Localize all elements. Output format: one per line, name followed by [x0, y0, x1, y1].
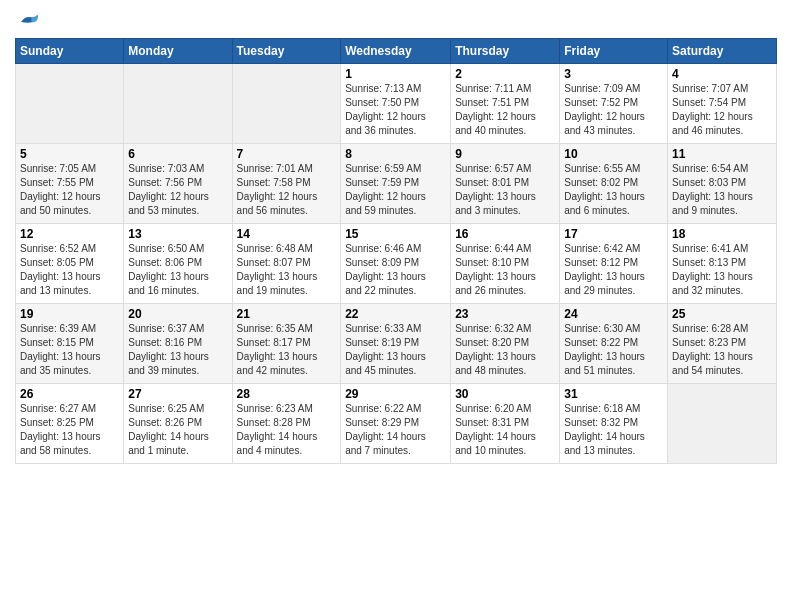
day-info: Sunrise: 7:09 AM Sunset: 7:52 PM Dayligh… [564, 82, 663, 138]
day-info: Sunrise: 6:28 AM Sunset: 8:23 PM Dayligh… [672, 322, 772, 378]
calendar-cell: 25Sunrise: 6:28 AM Sunset: 8:23 PM Dayli… [668, 304, 777, 384]
day-info: Sunrise: 7:05 AM Sunset: 7:55 PM Dayligh… [20, 162, 119, 218]
calendar-cell: 27Sunrise: 6:25 AM Sunset: 8:26 PM Dayli… [124, 384, 232, 464]
calendar-week-row: 12Sunrise: 6:52 AM Sunset: 8:05 PM Dayli… [16, 224, 777, 304]
day-info: Sunrise: 7:07 AM Sunset: 7:54 PM Dayligh… [672, 82, 772, 138]
calendar-week-row: 5Sunrise: 7:05 AM Sunset: 7:55 PM Daylig… [16, 144, 777, 224]
calendar-week-row: 19Sunrise: 6:39 AM Sunset: 8:15 PM Dayli… [16, 304, 777, 384]
day-of-week-header: Thursday [451, 39, 560, 64]
day-number: 25 [672, 307, 772, 321]
calendar-cell: 19Sunrise: 6:39 AM Sunset: 8:15 PM Dayli… [16, 304, 124, 384]
calendar-cell: 13Sunrise: 6:50 AM Sunset: 8:06 PM Dayli… [124, 224, 232, 304]
day-number: 5 [20, 147, 119, 161]
day-info: Sunrise: 6:35 AM Sunset: 8:17 PM Dayligh… [237, 322, 337, 378]
day-number: 27 [128, 387, 227, 401]
day-number: 10 [564, 147, 663, 161]
day-number: 13 [128, 227, 227, 241]
day-info: Sunrise: 6:30 AM Sunset: 8:22 PM Dayligh… [564, 322, 663, 378]
day-info: Sunrise: 6:37 AM Sunset: 8:16 PM Dayligh… [128, 322, 227, 378]
calendar-cell: 18Sunrise: 6:41 AM Sunset: 8:13 PM Dayli… [668, 224, 777, 304]
page: SundayMondayTuesdayWednesdayThursdayFrid… [0, 0, 792, 612]
day-number: 17 [564, 227, 663, 241]
day-number: 1 [345, 67, 446, 81]
calendar-cell: 30Sunrise: 6:20 AM Sunset: 8:31 PM Dayli… [451, 384, 560, 464]
day-number: 6 [128, 147, 227, 161]
calendar-cell: 15Sunrise: 6:46 AM Sunset: 8:09 PM Dayli… [341, 224, 451, 304]
calendar-week-row: 1Sunrise: 7:13 AM Sunset: 7:50 PM Daylig… [16, 64, 777, 144]
day-of-week-header: Monday [124, 39, 232, 64]
calendar-cell [124, 64, 232, 144]
day-of-week-header: Wednesday [341, 39, 451, 64]
day-info: Sunrise: 6:39 AM Sunset: 8:15 PM Dayligh… [20, 322, 119, 378]
day-of-week-header: Friday [560, 39, 668, 64]
day-number: 22 [345, 307, 446, 321]
day-info: Sunrise: 6:41 AM Sunset: 8:13 PM Dayligh… [672, 242, 772, 298]
calendar-header-row: SundayMondayTuesdayWednesdayThursdayFrid… [16, 39, 777, 64]
day-of-week-header: Saturday [668, 39, 777, 64]
calendar-cell: 26Sunrise: 6:27 AM Sunset: 8:25 PM Dayli… [16, 384, 124, 464]
day-number: 23 [455, 307, 555, 321]
calendar-cell: 10Sunrise: 6:55 AM Sunset: 8:02 PM Dayli… [560, 144, 668, 224]
day-info: Sunrise: 6:46 AM Sunset: 8:09 PM Dayligh… [345, 242, 446, 298]
day-info: Sunrise: 6:33 AM Sunset: 8:19 PM Dayligh… [345, 322, 446, 378]
calendar-cell: 1Sunrise: 7:13 AM Sunset: 7:50 PM Daylig… [341, 64, 451, 144]
day-info: Sunrise: 7:11 AM Sunset: 7:51 PM Dayligh… [455, 82, 555, 138]
calendar-cell [668, 384, 777, 464]
calendar-cell [16, 64, 124, 144]
calendar-cell: 8Sunrise: 6:59 AM Sunset: 7:59 PM Daylig… [341, 144, 451, 224]
calendar-cell: 12Sunrise: 6:52 AM Sunset: 8:05 PM Dayli… [16, 224, 124, 304]
header [15, 10, 777, 30]
calendar-cell [232, 64, 341, 144]
calendar-cell: 3Sunrise: 7:09 AM Sunset: 7:52 PM Daylig… [560, 64, 668, 144]
day-of-week-header: Tuesday [232, 39, 341, 64]
day-number: 29 [345, 387, 446, 401]
calendar-cell: 11Sunrise: 6:54 AM Sunset: 8:03 PM Dayli… [668, 144, 777, 224]
day-number: 31 [564, 387, 663, 401]
day-number: 12 [20, 227, 119, 241]
day-info: Sunrise: 6:27 AM Sunset: 8:25 PM Dayligh… [20, 402, 119, 458]
day-number: 26 [20, 387, 119, 401]
day-number: 16 [455, 227, 555, 241]
calendar-cell: 4Sunrise: 7:07 AM Sunset: 7:54 PM Daylig… [668, 64, 777, 144]
day-info: Sunrise: 6:20 AM Sunset: 8:31 PM Dayligh… [455, 402, 555, 458]
day-number: 2 [455, 67, 555, 81]
day-info: Sunrise: 6:18 AM Sunset: 8:32 PM Dayligh… [564, 402, 663, 458]
calendar-cell: 24Sunrise: 6:30 AM Sunset: 8:22 PM Dayli… [560, 304, 668, 384]
day-number: 11 [672, 147, 772, 161]
day-number: 21 [237, 307, 337, 321]
day-info: Sunrise: 7:01 AM Sunset: 7:58 PM Dayligh… [237, 162, 337, 218]
day-number: 14 [237, 227, 337, 241]
day-info: Sunrise: 6:52 AM Sunset: 8:05 PM Dayligh… [20, 242, 119, 298]
day-number: 28 [237, 387, 337, 401]
calendar-table: SundayMondayTuesdayWednesdayThursdayFrid… [15, 38, 777, 464]
day-number: 24 [564, 307, 663, 321]
calendar-cell: 6Sunrise: 7:03 AM Sunset: 7:56 PM Daylig… [124, 144, 232, 224]
day-info: Sunrise: 7:03 AM Sunset: 7:56 PM Dayligh… [128, 162, 227, 218]
day-info: Sunrise: 6:22 AM Sunset: 8:29 PM Dayligh… [345, 402, 446, 458]
calendar-cell: 17Sunrise: 6:42 AM Sunset: 8:12 PM Dayli… [560, 224, 668, 304]
day-number: 19 [20, 307, 119, 321]
calendar-cell: 23Sunrise: 6:32 AM Sunset: 8:20 PM Dayli… [451, 304, 560, 384]
day-number: 30 [455, 387, 555, 401]
day-info: Sunrise: 6:57 AM Sunset: 8:01 PM Dayligh… [455, 162, 555, 218]
day-info: Sunrise: 6:32 AM Sunset: 8:20 PM Dayligh… [455, 322, 555, 378]
calendar-week-row: 26Sunrise: 6:27 AM Sunset: 8:25 PM Dayli… [16, 384, 777, 464]
calendar-cell: 31Sunrise: 6:18 AM Sunset: 8:32 PM Dayli… [560, 384, 668, 464]
day-number: 20 [128, 307, 227, 321]
day-info: Sunrise: 7:13 AM Sunset: 7:50 PM Dayligh… [345, 82, 446, 138]
day-number: 9 [455, 147, 555, 161]
calendar-cell: 29Sunrise: 6:22 AM Sunset: 8:29 PM Dayli… [341, 384, 451, 464]
calendar-cell: 16Sunrise: 6:44 AM Sunset: 8:10 PM Dayli… [451, 224, 560, 304]
logo-bird-icon [17, 10, 41, 34]
calendar-cell: 14Sunrise: 6:48 AM Sunset: 8:07 PM Dayli… [232, 224, 341, 304]
day-of-week-header: Sunday [16, 39, 124, 64]
calendar-cell: 7Sunrise: 7:01 AM Sunset: 7:58 PM Daylig… [232, 144, 341, 224]
calendar-cell: 9Sunrise: 6:57 AM Sunset: 8:01 PM Daylig… [451, 144, 560, 224]
calendar-cell: 5Sunrise: 7:05 AM Sunset: 7:55 PM Daylig… [16, 144, 124, 224]
day-info: Sunrise: 6:25 AM Sunset: 8:26 PM Dayligh… [128, 402, 227, 458]
logo [15, 10, 41, 30]
day-number: 3 [564, 67, 663, 81]
day-info: Sunrise: 6:42 AM Sunset: 8:12 PM Dayligh… [564, 242, 663, 298]
day-info: Sunrise: 6:50 AM Sunset: 8:06 PM Dayligh… [128, 242, 227, 298]
day-info: Sunrise: 6:23 AM Sunset: 8:28 PM Dayligh… [237, 402, 337, 458]
